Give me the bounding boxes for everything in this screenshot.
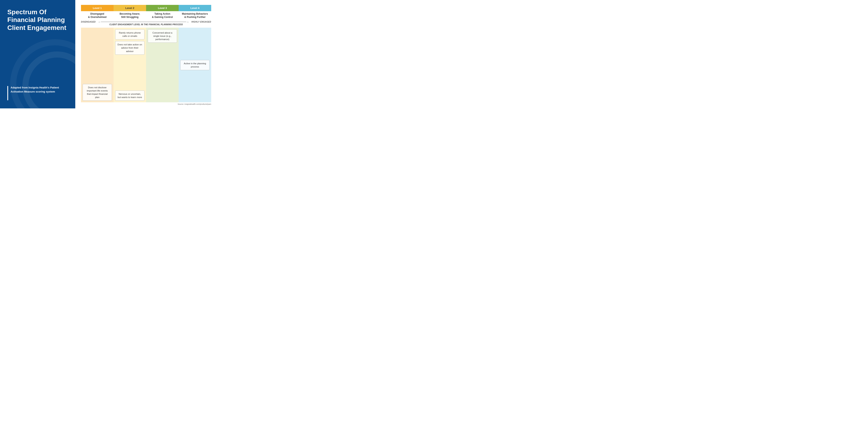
subtitle-bar (7, 86, 8, 100)
level-headers: Level 1 Level 2 Level 3 Level 4 (81, 5, 211, 11)
card-phone-calls: Rarely returns phone calls or emails (115, 29, 145, 39)
card-single-issue: Concerned about a single issue (e.g., pe… (148, 29, 177, 43)
arrow-label-disengaged: DISENGAGED (81, 21, 97, 23)
col-4: Active in the planning process (179, 28, 211, 102)
level-1-header: Level 1 (81, 5, 114, 11)
col-3: Concerned about a single issue (e.g., pe… (146, 28, 179, 102)
desc-2: Becoming Aware;Still Struggling (114, 11, 146, 20)
level-3-header: Level 3 (146, 5, 179, 11)
level-2-header: Level 2 (114, 5, 146, 11)
level-4-header: Level 4 (179, 5, 211, 11)
subtitle-text: Adapted from Insignia Health's Patient A… (10, 86, 68, 94)
card-nervous: Nervous or uncertain, but wants to learn… (115, 91, 145, 101)
content-area: Does not disclose important life events … (81, 28, 211, 102)
card-advice: Does not take action on advice from thei… (115, 41, 145, 55)
right-panel: Level 1 Level 2 Level 3 Level 4 Disengag… (75, 0, 217, 108)
source-text: Source: insigniahealth.com/products/pam (81, 102, 211, 105)
desc-4: Maintaining Behaviors& Pushing Further (179, 11, 211, 20)
subtitle-block: Adapted from Insignia Health's Patient A… (7, 86, 68, 100)
descriptions: Disengaged& Overwhelmed Becoming Aware;S… (81, 11, 211, 20)
main-title: Spectrum Of Financial Planning Client En… (7, 8, 68, 32)
desc-3: Taking Action& Gaining Control (146, 11, 179, 20)
arrow-center-label: CLIENT ENGAGEMENT LEVEL IN THE FINANCIAL… (81, 23, 211, 26)
arrow-label-engaged: HIGHLY ENGAGED (190, 21, 211, 23)
left-panel: Spectrum Of Financial Planning Client En… (0, 0, 75, 108)
card-active: Active in the planning process (180, 60, 210, 70)
col-1: Does not disclose important life events … (81, 28, 114, 102)
card-disclose: Does not disclose important life events … (83, 84, 112, 101)
desc-1: Disengaged& Overwhelmed (81, 11, 114, 20)
col-2: Rarely returns phone calls or emails Doe… (114, 28, 146, 102)
